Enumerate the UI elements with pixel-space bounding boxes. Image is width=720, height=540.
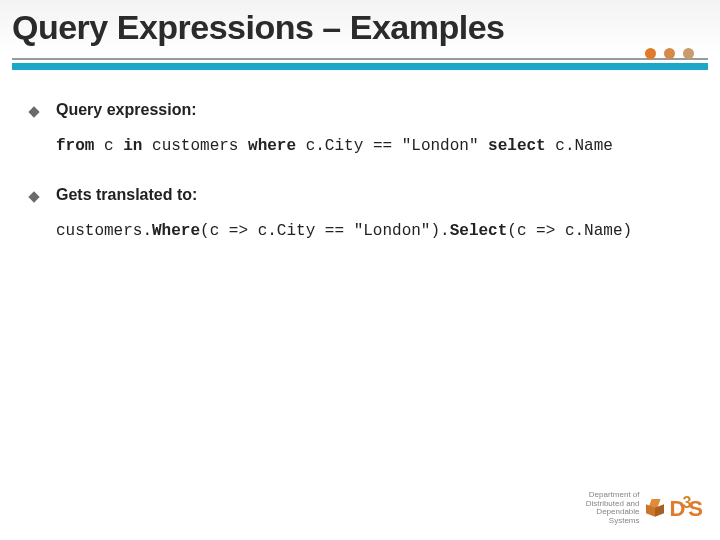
logo-letter-s: S [688, 497, 702, 522]
keyword-where: where [248, 137, 296, 155]
footer-dept-text: Department of Distributed and Dependable… [586, 491, 640, 526]
code-block-translated: customers.Where(c => c.City == "London")… [56, 222, 690, 240]
bullet-row: Gets translated to: [30, 185, 690, 204]
cube-icon [646, 499, 664, 517]
footer-line: Systems [586, 517, 640, 526]
code-text: (c => c.City == "London"). [200, 222, 450, 240]
method-where: Where [152, 222, 200, 240]
bullet-label: Gets translated to: [56, 186, 197, 204]
keyword-select: select [488, 137, 546, 155]
method-select: Select [450, 222, 508, 240]
diamond-bullet-icon [30, 102, 56, 120]
code-text: (c => c.Name) [507, 222, 632, 240]
code-text: c [94, 137, 123, 155]
diamond-bullet-icon [30, 187, 56, 205]
footer-logo: Department of Distributed and Dependable… [586, 491, 702, 526]
keyword-in: in [123, 137, 142, 155]
d3s-logo: D3S [670, 494, 702, 522]
bullet-row: Query expression: [30, 100, 690, 119]
keyword-from: from [56, 137, 94, 155]
bullet-label: Query expression: [56, 101, 197, 119]
corner-dots [645, 48, 694, 59]
code-text: c.Name [546, 137, 613, 155]
slide: Query Expressions – Examples Query expre… [0, 0, 720, 540]
code-text: c.City == "London" [296, 137, 488, 155]
title-underline [0, 58, 720, 70]
dot-icon [683, 48, 694, 59]
code-block-query: from c in customers where c.City == "Lon… [56, 137, 690, 155]
content-area: Query expression: from c in customers wh… [30, 100, 690, 270]
slide-title: Query Expressions – Examples [12, 8, 504, 47]
dot-icon [645, 48, 656, 59]
code-text: customers [142, 137, 248, 155]
code-text: customers. [56, 222, 152, 240]
dot-icon [664, 48, 675, 59]
